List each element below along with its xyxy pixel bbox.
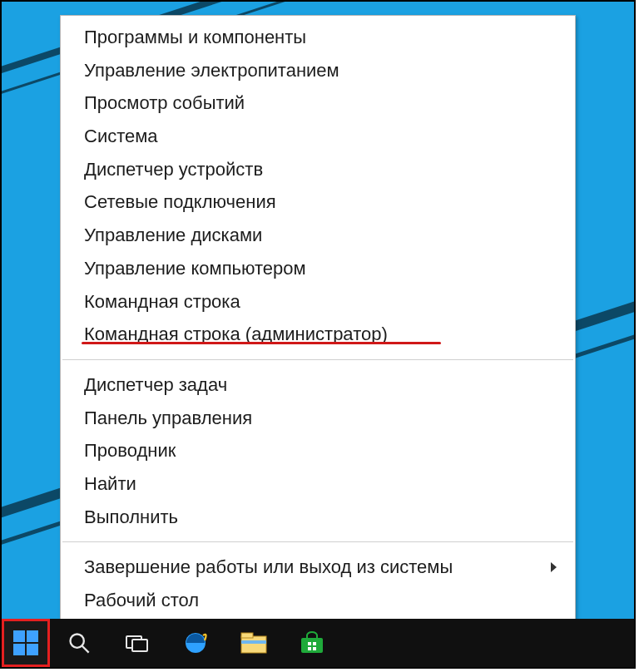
svg-point-0 [71, 635, 84, 648]
menu-item-search[interactable]: Найти [61, 467, 575, 501]
menu-separator [62, 359, 573, 360]
menu-item-file-explorer[interactable]: Проводник [61, 434, 575, 467]
menu-item-desktop[interactable]: Рабочий стол [61, 584, 575, 617]
menu-item-computer-management[interactable]: Управление компьютером [61, 252, 575, 285]
file-explorer-icon [240, 632, 267, 654]
svg-rect-7 [241, 640, 266, 644]
svg-rect-3 [132, 640, 147, 651]
menu-item-system[interactable]: Система [61, 120, 575, 153]
svg-rect-8 [301, 638, 323, 653]
desktop: Программы и компоненты Управление электр… [0, 0, 636, 669]
search-button[interactable] [50, 619, 108, 667]
start-button[interactable] [2, 619, 50, 667]
file-explorer-button[interactable] [225, 619, 283, 667]
menu-item-disk-management[interactable]: Управление дисками [61, 219, 575, 252]
search-icon [67, 631, 91, 655]
internet-explorer-icon [183, 630, 208, 655]
menu-separator [62, 541, 573, 542]
menu-group-2: Диспетчер задач Панель управления Провод… [61, 363, 575, 538]
menu-item-power-options[interactable]: Управление электропитанием [61, 54, 575, 87]
svg-rect-9 [308, 642, 311, 645]
menu-group-1: Программы и компоненты Управление электр… [61, 16, 575, 356]
svg-rect-10 [313, 642, 316, 645]
menu-item-programs-and-features[interactable]: Программы и компоненты [61, 21, 575, 54]
menu-item-network-connections[interactable]: Сетевые подключения [61, 185, 575, 219]
menu-item-command-prompt[interactable]: Командная строка [61, 285, 575, 319]
menu-item-task-manager[interactable]: Диспетчер задач [61, 368, 575, 402]
svg-line-1 [82, 646, 89, 653]
menu-item-device-manager[interactable]: Диспетчер устройств [61, 153, 575, 186]
menu-group-3: Завершение работы или выход из системы Р… [61, 546, 575, 621]
svg-rect-11 [308, 647, 311, 650]
menu-item-event-viewer[interactable]: Просмотр событий [61, 86, 575, 120]
ie-button[interactable] [166, 619, 225, 667]
winx-context-menu: Программы и компоненты Управление электр… [60, 15, 576, 623]
menu-item-run[interactable]: Выполнить [61, 501, 575, 534]
svg-rect-5 [241, 636, 266, 653]
annotation-underline [82, 342, 441, 344]
svg-rect-12 [313, 647, 316, 650]
svg-rect-6 [241, 633, 253, 638]
store-button[interactable] [283, 619, 341, 667]
windows-logo-icon [13, 630, 38, 655]
store-icon [300, 631, 324, 655]
task-view-icon [125, 632, 150, 654]
menu-item-command-prompt-admin[interactable]: Командная строка (администратор) [61, 318, 575, 351]
task-view-button[interactable] [108, 619, 166, 667]
menu-item-shut-down-or-sign-out[interactable]: Завершение работы или выход из системы [61, 551, 575, 584]
menu-item-control-panel[interactable]: Панель управления [61, 402, 575, 435]
taskbar [2, 619, 634, 667]
